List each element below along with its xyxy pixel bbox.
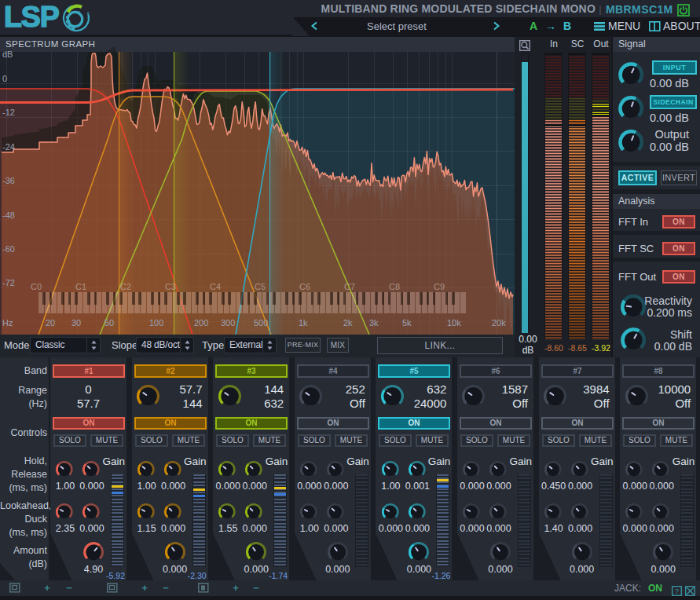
svg-text:3k: 3k [369,318,379,327]
svg-text:dB: dB [2,49,13,59]
svg-text:C0: C0 [31,282,42,291]
svg-text:50: 50 [104,318,114,327]
svg-text:20k: 20k [492,318,506,327]
svg-text:200: 200 [194,318,208,327]
svg-text:2k: 2k [343,318,353,327]
svg-text:300: 300 [221,318,235,327]
svg-text:100: 100 [149,318,163,327]
svg-text:C1: C1 [75,282,86,291]
svg-text:30: 30 [71,318,81,327]
svg-text:C8: C8 [389,282,400,291]
svg-text:C6: C6 [299,282,310,291]
svg-text:500: 500 [254,318,268,327]
svg-text:-60: -60 [2,244,15,254]
svg-text:20: 20 [46,318,55,327]
svg-text:-72: -72 [2,278,15,287]
svg-text:C9: C9 [434,282,445,291]
svg-text:-48: -48 [2,210,15,220]
svg-text:C3: C3 [165,282,176,291]
svg-text:Hz: Hz [2,318,13,327]
svg-text:5k: 5k [402,318,412,327]
svg-text:?: ? [675,587,679,595]
svg-text:0: 0 [2,74,7,83]
svg-text:-24: -24 [2,142,15,152]
svg-text:1k: 1k [299,318,308,327]
svg-text:C7: C7 [344,282,355,291]
svg-text:C5: C5 [255,282,266,291]
svg-text:C2: C2 [120,282,131,291]
svg-text:C4: C4 [210,282,221,291]
svg-text:-12: -12 [2,108,15,117]
svg-text:10k: 10k [447,318,461,327]
svg-text:-36: -36 [2,176,15,185]
